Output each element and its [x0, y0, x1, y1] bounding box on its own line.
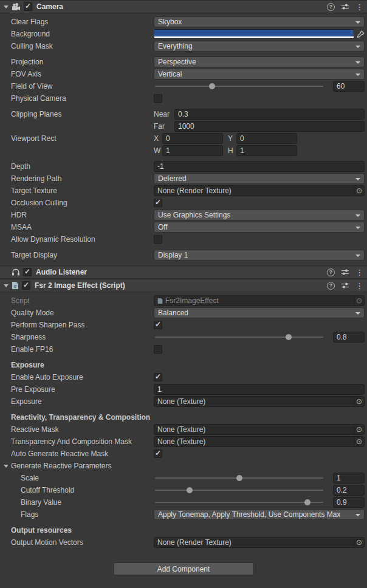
depth-field[interactable]: -1 [154, 161, 365, 172]
audio-listener-component-header[interactable]: Audio Listener [0, 265, 367, 279]
object-picker-icon[interactable] [354, 538, 364, 547]
pre-exposure-field[interactable]: 1 [154, 384, 365, 395]
physical-camera-label: Physical Camera [11, 94, 154, 103]
help-icon[interactable] [327, 282, 335, 290]
add-component-button[interactable]: Add Component [113, 562, 254, 575]
viewport-y-field[interactable]: 0 [236, 133, 297, 144]
viewport-h-field[interactable]: 1 [236, 145, 297, 156]
reactive-mask-label: Reactive Mask [11, 425, 154, 434]
headphones-icon [12, 268, 20, 276]
camera-component-header[interactable]: Camera [0, 0, 367, 13]
transparency-mask-field[interactable]: None (Texture) [154, 436, 365, 447]
background-color-field[interactable] [154, 29, 354, 39]
script-field: Fsr2ImageEffect [154, 295, 365, 306]
slider-handle[interactable] [187, 487, 193, 493]
enable-fp16-checkbox[interactable] [154, 345, 162, 354]
reactive-mask-field[interactable]: None (Texture) [154, 424, 365, 435]
field-of-view-value-field[interactable]: 60 [333, 81, 365, 92]
hdr-dropdown[interactable]: Use Graphics Settings [154, 210, 365, 220]
rendering-path-value: Deferred [158, 174, 187, 183]
foldout-open-icon[interactable] [4, 465, 9, 468]
clear-flags-dropdown[interactable]: Skybox [154, 16, 365, 27]
object-picker-icon[interactable] [354, 186, 364, 196]
binary-value-slider[interactable] [154, 497, 324, 508]
script-row: Script Fsr2ImageEffect [0, 295, 365, 306]
near-field[interactable]: 0.3 [174, 109, 365, 120]
cutoff-threshold-value-field[interactable]: 0.2 [333, 485, 365, 496]
slider-handle[interactable] [304, 499, 310, 505]
viewport-x-field[interactable]: 0 [162, 133, 223, 144]
eyedropper-icon[interactable] [357, 30, 365, 38]
foldout-open-icon[interactable] [4, 284, 9, 287]
binary-value-value-field[interactable]: 0.9 [333, 497, 365, 508]
allow-dynamic-resolution-checkbox[interactable] [154, 235, 162, 244]
clipping-planes-near-row: Clipping Planes Near 0.3 [0, 109, 365, 120]
viewport-y-value: 0 [240, 134, 244, 143]
kebab-menu-icon[interactable] [355, 282, 363, 290]
viewport-rect-xy-row: Viewport Rect X 0 Y 0 [0, 133, 365, 144]
fov-axis-dropdown[interactable]: Vertical [154, 69, 365, 80]
cutoff-threshold-slider[interactable] [154, 485, 324, 496]
fsr2-title: Fsr 2 Image Effect (Script) [35, 281, 125, 290]
slider-track [155, 490, 323, 491]
camera-enabled-checkbox[interactable] [24, 2, 32, 11]
culling-mask-dropdown[interactable]: Everything [154, 41, 365, 52]
culling-mask-label: Culling Mask [11, 42, 154, 50]
help-icon[interactable] [327, 3, 335, 11]
auto-generate-reactive-mask-checkbox[interactable] [154, 450, 162, 458]
sharpness-slider[interactable] [154, 332, 324, 343]
binary-value-row: Binary Value 0.9 [0, 497, 365, 508]
scale-value-field[interactable]: 1 [333, 473, 365, 484]
object-picker-icon[interactable] [354, 437, 364, 446]
presets-icon[interactable] [341, 268, 349, 276]
quality-mode-dropdown[interactable]: Balanced [154, 307, 365, 318]
slider-handle[interactable] [209, 83, 215, 89]
object-picker-icon[interactable] [354, 425, 364, 434]
flags-dropdown[interactable]: Apply Tonemap, Apply Threshold, Use Comp… [154, 509, 365, 520]
audio-listener-enabled-checkbox[interactable] [23, 268, 32, 276]
object-picker-icon[interactable] [354, 296, 364, 306]
physical-camera-checkbox[interactable] [154, 94, 162, 103]
presets-icon[interactable] [341, 282, 349, 289]
viewport-w-field[interactable]: 1 [162, 145, 223, 156]
field-of-view-slider[interactable] [154, 81, 324, 92]
fsr2-component-header[interactable]: # Fsr 2 Image Effect (Script) [0, 279, 367, 292]
kebab-menu-icon[interactable] [355, 3, 363, 11]
output-motion-vectors-field[interactable]: None (Render Texture) [154, 537, 365, 548]
svg-text:#: # [14, 284, 17, 289]
slider-track [155, 337, 323, 338]
perform-sharpen-pass-checkbox[interactable] [154, 321, 162, 329]
near-label: Near [154, 110, 174, 118]
object-picker-icon[interactable] [354, 397, 364, 406]
sharpness-value-field[interactable]: 0.8 [333, 332, 365, 343]
field-of-view-label: Field of View [11, 82, 154, 91]
script-icon [157, 298, 163, 304]
reactive-mask-row: Reactive Mask None (Texture) [0, 424, 365, 435]
rendering-path-dropdown[interactable]: Deferred [154, 173, 365, 184]
quality-mode-value: Balanced [158, 309, 188, 317]
target-display-dropdown[interactable]: Display 1 [154, 250, 365, 261]
add-component-label: Add Component [157, 565, 210, 573]
auto-generate-reactive-mask-label: Auto Generate Reactive Mask [11, 450, 154, 458]
help-icon[interactable] [327, 268, 335, 276]
exposure-field[interactable]: None (Texture) [154, 396, 365, 407]
slider-handle[interactable] [236, 475, 242, 481]
occlusion-culling-checkbox[interactable] [154, 199, 162, 207]
far-field[interactable]: 1000 [174, 121, 365, 132]
fsr2-enabled-checkbox[interactable] [22, 281, 30, 290]
binary-value-value: 0.9 [337, 498, 347, 507]
scale-slider[interactable] [154, 473, 324, 484]
enable-auto-exposure-checkbox[interactable] [154, 373, 162, 381]
kebab-menu-icon[interactable] [355, 268, 363, 276]
exposure-value: None (Texture) [157, 397, 205, 406]
presets-icon[interactable] [341, 3, 349, 10]
target-texture-field[interactable]: None (Render Texture) [154, 185, 365, 196]
background-color-swatch [154, 30, 354, 36]
projection-dropdown[interactable]: Perspective [154, 56, 365, 67]
foldout-open-icon[interactable] [4, 5, 9, 9]
slider-handle[interactable] [286, 334, 292, 340]
generate-reactive-parameters-row[interactable]: Generate Reactive Parameters [0, 460, 365, 471]
clear-flags-label: Clear Flags [11, 18, 154, 26]
hdr-value: Use Graphics Settings [158, 211, 230, 219]
msaa-dropdown[interactable]: Off [154, 222, 365, 233]
